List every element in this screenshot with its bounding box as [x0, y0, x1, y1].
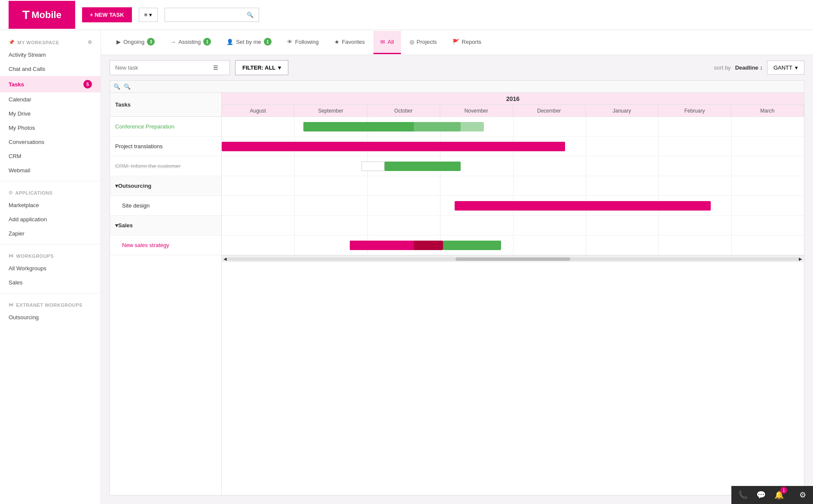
phone-icon[interactable]: 📞	[738, 490, 748, 500]
sidebar-item-label: Tasks	[9, 81, 24, 88]
tab-label: Following	[295, 39, 319, 45]
mail-icon: ✉	[380, 39, 385, 45]
sidebar-item-my-photos[interactable]: My Photos	[0, 121, 101, 135]
sidebar-item-tasks[interactable]: Tasks 5	[0, 76, 101, 92]
new-task-button[interactable]: + NEW TASK	[82, 7, 132, 22]
task-row-sales[interactable]: ▾ Sales	[110, 216, 221, 235]
gantt-main: Tasks Conference Preparation Project tra…	[110, 93, 804, 495]
tab-all[interactable]: ✉ All	[373, 31, 400, 54]
tab-favorites[interactable]: ★ Favorites	[327, 31, 372, 54]
gantt-row-crm	[222, 156, 804, 176]
gantt-view-button[interactable]: GANTT ▾	[767, 61, 804, 75]
search-icon: 🔍	[247, 12, 254, 18]
sidebar-item-marketplace[interactable]: Marketplace	[0, 198, 101, 212]
search-box[interactable]: 🔍	[165, 8, 259, 22]
task-label: CRM: Inform the customer	[115, 163, 180, 169]
gantt-timeline: 2016 August September October November D…	[222, 93, 804, 495]
gantt-zoom-row: 🔍 🔍	[110, 81, 804, 93]
sidebar-item-activity-stream[interactable]: Activity Stream	[0, 48, 101, 62]
content-area: ▶ Ongoing 3 → Assisting 1 👤 Set by me 1 …	[101, 30, 813, 504]
filter-icon: ≡	[144, 12, 148, 18]
bar-conf-prep-2[interactable]	[414, 122, 484, 131]
zoom-out-icon[interactable]: 🔍	[113, 83, 120, 90]
month-december: December	[513, 105, 586, 116]
month-october: October	[367, 105, 440, 116]
gantt-row-proj-trans	[222, 137, 804, 156]
logo: T Mobile	[9, 1, 75, 29]
scrollbar-thumb[interactable]	[455, 257, 570, 261]
task-row-site-design[interactable]: Site design	[110, 196, 221, 216]
settings-icon[interactable]: ⚙	[88, 40, 92, 45]
sidebar-item-my-drive[interactable]: My Drive	[0, 107, 101, 121]
task-row-outsourcing[interactable]: ▾ Outsourcing	[110, 176, 221, 196]
bar-crm-1[interactable]	[385, 162, 460, 171]
bar-new-sales-2[interactable]	[414, 241, 443, 250]
task-label: Sales	[118, 222, 133, 229]
sidebar-divider-2	[0, 244, 101, 244]
settings-icon[interactable]: ⚙	[799, 490, 806, 500]
sidebar-item-conversations[interactable]: Conversations	[0, 135, 101, 149]
search-input[interactable]	[170, 12, 247, 18]
tab-ongoing[interactable]: ▶ Ongoing 3	[110, 30, 162, 55]
scroll-right-arrow[interactable]: ▶	[799, 257, 802, 261]
task-row-new-sales[interactable]: New sales strategy	[110, 235, 221, 255]
sort-arrow-icon: ↕	[760, 64, 763, 71]
sidebar-item-all-workgroups[interactable]: All Workgroups	[0, 261, 101, 275]
filter-button[interactable]: ≡ ▾	[139, 8, 158, 22]
sidebar: 📌 MY WORKSPACE ⚙ Activity Stream Chat an…	[0, 30, 101, 504]
sidebar-item-chat-calls[interactable]: Chat and Calls	[0, 62, 101, 76]
tab-projects[interactable]: ◎ Projects	[403, 31, 444, 54]
logo-t: T	[22, 8, 30, 22]
flag-icon: 🚩	[452, 39, 459, 45]
sidebar-item-zapier[interactable]: Zapier	[0, 226, 101, 241]
applications-icon: ⊙	[9, 190, 13, 195]
task-row-proj-trans[interactable]: Project translations	[110, 137, 221, 156]
tab-assisting[interactable]: → Assisting 1	[163, 30, 218, 55]
sort-value[interactable]: Deadline ↕	[735, 64, 763, 71]
sidebar-divider	[0, 181, 101, 181]
month-august: August	[222, 105, 294, 116]
eye-icon: 👁	[287, 39, 293, 45]
task-row-conf-prep[interactable]: Conference Preparation	[110, 117, 221, 137]
task-tabs: ▶ Ongoing 3 → Assisting 1 👤 Set by me 1 …	[101, 30, 813, 55]
extranet-icon: ⋈	[9, 302, 14, 308]
sidebar-item-outsourcing[interactable]: Outsourcing	[0, 310, 101, 324]
sidebar-item-label: My Photos	[9, 125, 35, 131]
notification-badge: 1	[780, 487, 787, 494]
task-label: New sales strategy	[122, 242, 169, 248]
month-november: November	[440, 105, 513, 116]
chat-icon[interactable]: 💬	[756, 490, 766, 500]
scroll-left-arrow[interactable]: ◀	[223, 257, 227, 261]
task-label: Site design	[122, 202, 150, 209]
tab-label: Set by me	[236, 39, 261, 45]
tab-following[interactable]: 👁 Following	[280, 31, 326, 54]
scrollbar-track[interactable]	[227, 257, 799, 261]
tab-label: Favorites	[342, 39, 365, 45]
sidebar-item-webmail[interactable]: Webmail	[0, 163, 101, 177]
bar-site-design[interactable]	[455, 201, 711, 211]
bar-proj-trans[interactable]	[222, 142, 565, 151]
sort-label: sort by	[714, 64, 731, 71]
zoom-in-icon[interactable]: 🔍	[124, 83, 131, 90]
new-task-input[interactable]	[115, 64, 210, 71]
tab-set-by-me[interactable]: 👤 Set by me 1	[220, 30, 278, 55]
gantt-chart: 🔍 🔍 Tasks Conference Preparation Project…	[110, 80, 804, 495]
sidebar-item-add-application[interactable]: Add application	[0, 212, 101, 226]
workgroups-section-label: ⋈ WORKGROUPS	[0, 248, 101, 261]
gantt-tasks-header: Tasks	[110, 93, 221, 117]
tab-badge: 1	[264, 38, 272, 46]
gantt-scrollbar[interactable]: ◀ ▶	[222, 255, 804, 262]
tab-reports[interactable]: 🚩 Reports	[446, 31, 489, 54]
month-february: February	[658, 105, 731, 116]
sidebar-item-sales-workgroup[interactable]: Sales	[0, 275, 101, 290]
bar-new-sales-3[interactable]	[443, 241, 501, 250]
tab-label: Projects	[417, 39, 437, 45]
sidebar-item-calendar[interactable]: Calendar	[0, 92, 101, 107]
new-task-input-box[interactable]: ☰	[110, 60, 230, 75]
task-row-crm-inform[interactable]: CRM: Inform the customer	[110, 156, 221, 176]
chevron-icon: ▾	[115, 222, 118, 229]
filter-all-button[interactable]: FILTER: ALL ▾	[235, 60, 288, 75]
sidebar-item-crm[interactable]: CRM	[0, 149, 101, 163]
sidebar-item-label: Calendar	[9, 96, 31, 103]
tab-icon: 👤	[226, 39, 233, 45]
